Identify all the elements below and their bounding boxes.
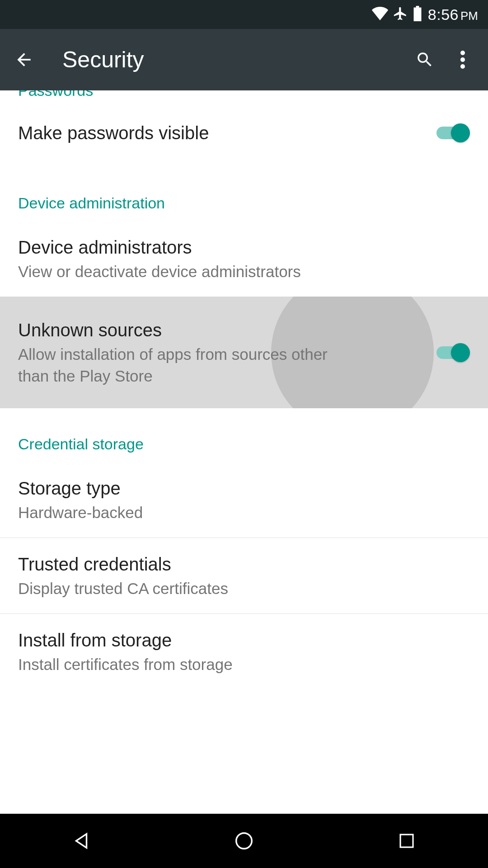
search-button[interactable] xyxy=(412,47,437,72)
status-time: 8:56 xyxy=(428,6,459,23)
setting-device-administrators[interactable]: Device administrators View or deactivate… xyxy=(0,221,488,297)
setting-title: Unknown sources xyxy=(18,318,343,342)
settings-content: Passwords Make passwords visible Device … xyxy=(0,90,488,690)
setting-unknown-sources[interactable]: Unknown sources Allow installation of ap… xyxy=(0,297,488,408)
status-bar: 8:56PM xyxy=(0,0,488,29)
setting-make-passwords-visible[interactable]: Make passwords visible xyxy=(0,99,488,167)
setting-title: Install from storage xyxy=(18,628,470,652)
svg-point-0 xyxy=(460,51,465,55)
navigation-bar xyxy=(0,814,488,868)
setting-title: Device administrators xyxy=(18,236,470,259)
setting-subtitle: Hardware-backed xyxy=(18,502,470,523)
page-title: Security xyxy=(62,47,399,73)
setting-install-from-storage[interactable]: Install from storage Install certificate… xyxy=(0,614,488,689)
toggle-make-passwords-visible[interactable] xyxy=(433,123,470,143)
overflow-menu-button[interactable] xyxy=(450,47,475,72)
setting-title: Storage type xyxy=(18,476,470,500)
setting-subtitle: Allow installation of apps from sources … xyxy=(18,344,343,387)
nav-back-icon xyxy=(71,830,92,851)
nav-home-button[interactable] xyxy=(221,827,267,854)
nav-back-button[interactable] xyxy=(59,827,104,854)
setting-title: Make passwords visible xyxy=(18,121,433,145)
more-vert-icon xyxy=(460,50,465,69)
arrow-back-icon xyxy=(14,50,34,70)
status-clock: 8:56PM xyxy=(428,6,478,24)
wifi-icon xyxy=(372,7,388,22)
setting-subtitle: View or deactivate device administrators xyxy=(18,261,470,282)
status-icons xyxy=(372,6,422,23)
svg-point-1 xyxy=(460,57,465,62)
svg-point-2 xyxy=(460,64,465,69)
svg-point-3 xyxy=(236,833,252,849)
section-header-passwords: Passwords xyxy=(0,90,488,99)
setting-trusted-credentials[interactable]: Trusted credentials Display trusted CA c… xyxy=(0,538,488,613)
setting-title: Trusted credentials xyxy=(18,552,470,576)
nav-home-icon xyxy=(234,830,254,851)
airplane-icon xyxy=(393,6,408,23)
setting-subtitle: Display trusted CA certificates xyxy=(18,578,470,599)
section-header-credential-storage: Credential storage xyxy=(0,408,488,462)
setting-storage-type[interactable]: Storage type Hardware-backed xyxy=(0,462,488,538)
setting-subtitle: Install certificates from storage xyxy=(18,654,470,675)
status-ampm: PM xyxy=(460,9,478,23)
nav-recent-icon xyxy=(397,831,416,850)
section-header-device-administration: Device administration xyxy=(0,167,488,221)
battery-icon xyxy=(413,6,422,23)
svg-rect-4 xyxy=(400,835,413,847)
nav-recent-button[interactable] xyxy=(384,827,429,854)
toggle-unknown-sources[interactable] xyxy=(433,342,470,363)
back-button[interactable] xyxy=(13,48,35,71)
app-bar: Security xyxy=(0,29,488,90)
search-icon xyxy=(415,50,434,69)
